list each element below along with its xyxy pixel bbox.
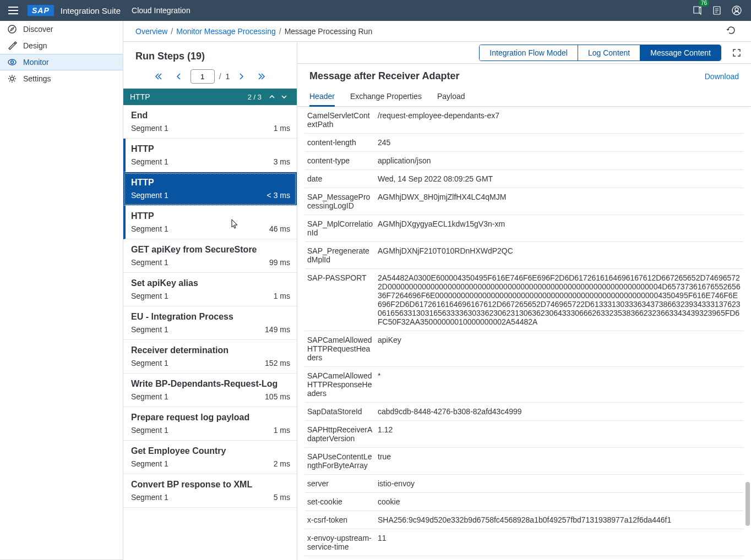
filter-prev-button[interactable] xyxy=(266,91,278,103)
property-key: CamelServletContextPath xyxy=(307,111,378,129)
step-title: GET apiKey from SecureStore xyxy=(131,245,290,255)
step-item[interactable]: Write BP-Dependants-Request-LogSegment 1… xyxy=(123,374,297,407)
step-time: 105 ms xyxy=(265,392,290,401)
menu-toggle-button[interactable] xyxy=(4,2,22,19)
sidebar-item-monitor[interactable]: Monitor xyxy=(0,54,123,70)
step-title: HTTP xyxy=(131,211,290,221)
step-segment: Segment 1 xyxy=(131,426,168,435)
property-value: AGMhjDXNjF210T010RDnHXWdP2QC xyxy=(378,246,741,264)
sidebar-item-discover[interactable]: Discover xyxy=(0,21,123,37)
steps-pagination: / 1 xyxy=(123,64,297,89)
property-key: date xyxy=(307,174,378,183)
steps-title: Run Steps (19) xyxy=(123,42,217,64)
settings-icon xyxy=(7,73,18,84)
property-row: SAP-PASSPORT2A54482A0300E600004350495F61… xyxy=(305,269,743,331)
step-time: 152 ms xyxy=(265,359,290,367)
step-title: End xyxy=(131,111,290,120)
property-key: x-envoy-upstream-service-time xyxy=(307,534,378,551)
property-key: set-cookie xyxy=(307,497,378,506)
property-row: SAPHttpReceiverAdapterVersion1.12 xyxy=(305,421,743,448)
expand-button[interactable] xyxy=(729,45,744,61)
nav-label: Settings xyxy=(23,74,51,83)
svg-point-5 xyxy=(11,61,14,64)
steps-panel: Run Steps (19) / 1 HTTP 2 / 3 xyxy=(123,42,297,560)
user-profile-button[interactable] xyxy=(728,2,745,19)
page-input[interactable] xyxy=(191,69,215,84)
refresh-button[interactable] xyxy=(726,25,739,38)
property-row: set-cookiecookie xyxy=(305,493,743,511)
step-item[interactable]: HTTPSegment 13 ms xyxy=(123,139,297,172)
tab-header[interactable]: Header xyxy=(309,86,335,106)
steps-filter-bar: HTTP 2 / 3 xyxy=(123,89,297,105)
download-link[interactable]: Download xyxy=(705,72,739,81)
property-row: x-csrf-tokenSHA256:9c949d520e332b9d6758f… xyxy=(305,511,743,529)
property-value: 11 xyxy=(378,534,741,551)
nav-label: Design xyxy=(23,41,47,50)
property-key: SAP_PregeneratedMplId xyxy=(307,246,378,264)
property-key: SapDataStoreId xyxy=(307,407,378,416)
property-key: SAPCamelAllowedHTTPResponseHeaders xyxy=(307,371,378,398)
step-title: EU - Integration Process xyxy=(131,312,290,322)
last-page-button[interactable] xyxy=(254,69,269,84)
property-row: SAPUseContentLengthForByteArraytrue xyxy=(305,448,743,475)
step-item[interactable]: HTTPSegment 146 ms xyxy=(123,206,297,239)
property-value: AGMhjDXgygyaECL1kdw15gV3n-xm xyxy=(378,219,741,237)
step-item[interactable]: Convert BP response to XMLSegment 15 ms xyxy=(123,474,297,508)
svg-point-2 xyxy=(735,8,738,11)
tab-payload[interactable]: Payload xyxy=(437,86,465,106)
scrollbar-indicator[interactable] xyxy=(745,482,750,526)
property-value: istio-envoy xyxy=(378,479,741,488)
property-row: SapDataStoreIdcabd9cdb-8448-4276-b308-82… xyxy=(305,403,743,421)
step-item[interactable]: EndSegment 11 ms xyxy=(123,105,297,139)
notes-button[interactable] xyxy=(708,2,726,19)
filter-next-button[interactable] xyxy=(278,91,290,103)
step-item[interactable]: Get Employee CountrySegment 12 ms xyxy=(123,441,297,474)
step-time: 5 ms xyxy=(274,493,290,502)
step-item[interactable]: GET apiKey from SecureStoreSegment 199 m… xyxy=(123,239,297,273)
step-segment: Segment 1 xyxy=(131,459,168,468)
property-key: x-csrf-token xyxy=(307,515,378,524)
sidebar-item-settings[interactable]: Settings xyxy=(0,70,123,87)
next-page-button[interactable] xyxy=(234,69,249,84)
first-page-button[interactable] xyxy=(151,69,166,84)
prev-page-button[interactable] xyxy=(171,69,186,84)
property-key: SAP_MessageProcessingLogID xyxy=(307,193,378,210)
property-row: serveristio-envoy xyxy=(305,475,743,493)
property-value: * xyxy=(378,371,741,398)
step-time: 2 ms xyxy=(274,459,290,468)
feedback-button[interactable]: 76 xyxy=(688,2,706,19)
property-row: SAP_MplCorrelationIdAGMhjDXgygyaECL1kdw1… xyxy=(305,215,743,242)
step-title: Prepare request log payload xyxy=(131,413,290,422)
svg-point-3 xyxy=(8,25,16,33)
property-value: Wed, 14 Sep 2022 08:09:25 GMT xyxy=(378,174,741,183)
step-item[interactable]: Prepare request log payloadSegment 11 ms xyxy=(123,407,297,441)
filter-count: 2 / 3 xyxy=(248,93,262,101)
step-title: HTTP xyxy=(131,178,290,188)
property-key: server xyxy=(307,479,378,488)
step-time: < 3 ms xyxy=(267,191,290,200)
segment-message-content[interactable]: Message Content xyxy=(640,45,721,61)
step-segment: Segment 1 xyxy=(131,392,168,401)
page-sep: / xyxy=(219,72,221,81)
step-item[interactable]: HTTPSegment 1< 3 ms xyxy=(123,172,297,206)
step-item[interactable]: Receiver determinationSegment 1152 ms xyxy=(123,340,297,374)
breadcrumb-item[interactable]: Overview xyxy=(135,27,167,36)
segment-integration-flow-model[interactable]: Integration Flow Model xyxy=(480,45,578,61)
main-content: Overview/Monitor Message Processing/Mess… xyxy=(123,21,751,560)
app-header: SAP Integration Suite Cloud Integration … xyxy=(0,0,751,21)
segment-log-content[interactable]: Log Content xyxy=(578,45,640,61)
app-subtitle: Cloud Integration xyxy=(132,6,191,15)
step-segment: Segment 1 xyxy=(131,124,168,133)
sidebar-item-design[interactable]: Design xyxy=(0,37,123,54)
step-time: 1 ms xyxy=(274,292,290,300)
step-time: 149 ms xyxy=(265,325,290,334)
tab-exchange-properties[interactable]: Exchange Properties xyxy=(350,86,422,106)
step-segment: Segment 1 xyxy=(131,224,168,233)
step-item[interactable]: Set apiKey aliasSegment 11 ms xyxy=(123,273,297,306)
step-item[interactable]: EU - Integration ProcessSegment 1149 ms xyxy=(123,306,297,340)
nav-label: Discover xyxy=(23,25,53,34)
step-segment: Segment 1 xyxy=(131,493,168,502)
step-time: 99 ms xyxy=(269,258,290,267)
property-value: /request-employee-dependants-ex7 xyxy=(378,111,741,129)
breadcrumb-item[interactable]: Monitor Message Processing xyxy=(176,27,276,36)
